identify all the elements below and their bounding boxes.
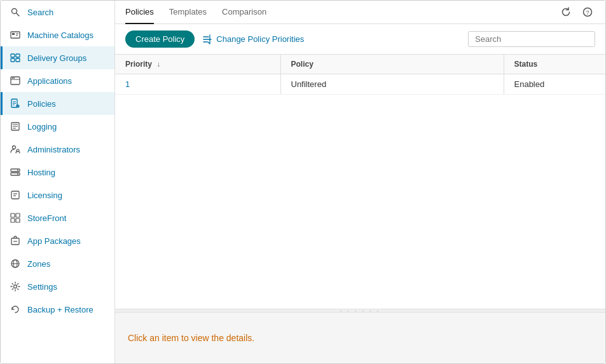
svg-text:?: ?: [586, 10, 589, 16]
create-policy-button[interactable]: Create Policy: [125, 30, 195, 48]
sidebar-label-machine-catalogs: Machine Catalogs: [27, 30, 93, 40]
sidebar-item-administrators[interactable]: Administrators: [1, 138, 114, 161]
sidebar-label-administrators: Administrators: [27, 145, 80, 154]
machine-catalogs-icon: [10, 29, 21, 41]
search-icon: [10, 6, 21, 18]
sidebar-item-settings[interactable]: Settings: [1, 275, 114, 298]
logging-icon: [10, 121, 21, 132]
sidebar-item-backup-restore[interactable]: Backup + Restore: [1, 298, 114, 321]
svg-rect-3: [12, 33, 15, 35]
search-box: [468, 31, 595, 47]
sidebar-label-logging: Logging: [27, 122, 57, 131]
svg-point-23: [13, 146, 16, 149]
policies-icon: [10, 98, 21, 109]
svg-point-12: [12, 78, 13, 79]
sidebar-item-app-packages[interactable]: App Packages: [1, 229, 114, 252]
sidebar-label-delivery-groups: Delivery Groups: [27, 53, 86, 63]
sidebar-label-app-packages: App Packages: [27, 236, 81, 246]
sidebar-item-delivery-groups[interactable]: Delivery Groups: [1, 46, 114, 69]
svg-point-28: [17, 173, 18, 175]
sidebar-label-storefront: StoreFront: [27, 213, 66, 223]
search-input[interactable]: [468, 31, 595, 47]
sort-icon: ↓: [156, 60, 160, 69]
detail-pane: Click an item to view the details.: [115, 313, 605, 363]
sidebar-item-machine-catalogs[interactable]: Machine Catalogs: [1, 24, 114, 46]
tab-comparison[interactable]: Comparison: [222, 1, 266, 24]
change-priorities-icon: [202, 34, 212, 44]
sidebar-label-settings: Settings: [27, 282, 57, 292]
svg-rect-32: [11, 213, 15, 217]
administrators-icon: [10, 144, 21, 155]
svg-rect-2: [11, 32, 20, 38]
help-button[interactable]: ?: [580, 6, 595, 18]
svg-rect-29: [11, 191, 19, 199]
change-priorities-button[interactable]: Change Policy Priorities: [202, 34, 304, 44]
sidebar-item-storefront[interactable]: StoreFront: [1, 206, 114, 229]
col-header-priority[interactable]: Priority ↓: [115, 55, 280, 74]
sidebar-item-zones[interactable]: Zones: [1, 252, 114, 275]
sidebar-item-hosting[interactable]: Hosting: [1, 161, 114, 184]
col-header-status: Status: [504, 55, 605, 74]
toolbar: Create Policy Change Policy Priorities: [115, 24, 605, 55]
zones-icon: [10, 258, 21, 269]
settings-icon: [10, 281, 21, 292]
svg-rect-8: [11, 58, 15, 62]
sidebar-label-applications: Applications: [27, 76, 72, 86]
sidebar: Search Machine Catalogs: [1, 1, 115, 363]
tab-actions: ?: [558, 6, 595, 18]
change-priorities-label: Change Policy Priorities: [216, 34, 304, 44]
svg-rect-6: [11, 54, 15, 57]
svg-rect-9: [16, 58, 20, 62]
sidebar-item-policies[interactable]: Policies: [1, 92, 114, 115]
tab-policies[interactable]: Policies: [125, 1, 154, 24]
app-packages-icon: [10, 235, 21, 246]
svg-line-1: [17, 13, 20, 17]
cell-status: Enabled: [504, 74, 605, 95]
col-header-policy: Policy: [280, 55, 504, 74]
detail-message: Click an item to view the details.: [128, 333, 254, 343]
tab-bar: Policies Templates Comparison ?: [115, 1, 605, 24]
svg-rect-7: [16, 54, 20, 57]
svg-point-27: [17, 170, 18, 171]
sidebar-item-applications[interactable]: Applications: [1, 69, 114, 92]
cell-priority: 1: [115, 74, 280, 95]
backup-restore-icon: [10, 304, 21, 315]
sidebar-label-policies: Policies: [27, 99, 56, 109]
hosting-icon: [10, 166, 21, 178]
storefront-icon: [10, 212, 21, 224]
tab-templates[interactable]: Templates: [169, 1, 207, 24]
policy-table-area: Priority ↓ Policy Status 1 Un: [115, 55, 605, 309]
sidebar-item-search[interactable]: Search: [1, 1, 114, 24]
svg-point-41: [14, 285, 17, 288]
svg-rect-35: [16, 219, 20, 222]
licensing-icon: [10, 189, 21, 201]
svg-rect-34: [11, 219, 15, 222]
sidebar-label-backup-restore: Backup + Restore: [27, 305, 93, 314]
table-header-row: Priority ↓ Policy Status: [115, 55, 605, 74]
policy-table: Priority ↓ Policy Status 1 Un: [115, 55, 605, 95]
applications-icon: [10, 75, 21, 86]
main-content: Policies Templates Comparison ?: [115, 1, 605, 363]
sidebar-label-zones: Zones: [27, 259, 50, 269]
sidebar-label-hosting: Hosting: [27, 168, 55, 177]
svg-rect-33: [16, 213, 20, 217]
sidebar-label-search: Search: [27, 8, 53, 17]
sidebar-item-logging[interactable]: Logging: [1, 115, 114, 138]
delivery-groups-icon: [10, 52, 21, 64]
table-row[interactable]: 1 Unfiltered Enabled: [115, 74, 605, 95]
sidebar-label-licensing: Licensing: [27, 191, 62, 200]
sidebar-item-licensing[interactable]: Licensing: [1, 184, 114, 206]
refresh-button[interactable]: [558, 6, 574, 18]
svg-point-13: [13, 78, 15, 79]
cell-policy: Unfiltered: [280, 74, 504, 95]
app-window: Search Machine Catalogs: [0, 0, 606, 364]
